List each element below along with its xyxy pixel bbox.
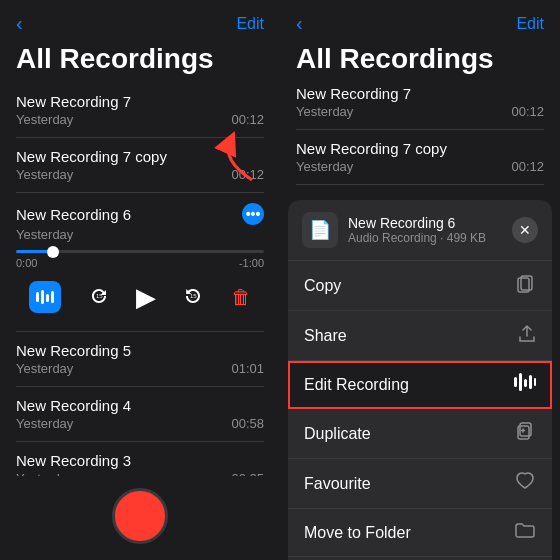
right-panel: ‹ Edit All Recordings New Recording 7 Ye… xyxy=(280,0,560,560)
svg-rect-2 xyxy=(46,294,49,302)
time-labels: 0:00 -1:00 xyxy=(16,257,264,269)
recording-date: Yesterday xyxy=(16,167,73,182)
favourite-icon xyxy=(514,471,536,496)
recording-name: New Recording 7 xyxy=(296,85,544,102)
recording-date: Yesterday xyxy=(16,227,73,242)
menu-item-label: Copy xyxy=(304,277,341,295)
right-page-title: All Recordings xyxy=(280,39,560,75)
delete-button[interactable]: 🗑 xyxy=(231,286,251,309)
recording-name: New Recording 6 xyxy=(16,206,131,223)
equalizer-button[interactable] xyxy=(29,281,61,313)
list-item[interactable]: New Recording 3 Yesterday 00:25 xyxy=(16,442,264,476)
context-file-info: 📄 New Recording 6 Audio Recording · 499 … xyxy=(302,212,486,248)
recording-date: Yesterday xyxy=(16,416,73,431)
left-header: ‹ Edit xyxy=(0,0,280,39)
list-item-active[interactable]: New Recording 6 ••• Yesterday 0:00 -1:00 xyxy=(16,193,264,332)
left-edit-button[interactable]: Edit xyxy=(236,15,264,33)
record-button-container xyxy=(0,476,280,560)
file-info-name: New Recording 6 xyxy=(348,215,486,231)
record-button[interactable] xyxy=(112,488,168,544)
list-item[interactable]: New Recording 5 Yesterday 01:01 xyxy=(16,332,264,387)
recording-name: New Recording 4 xyxy=(16,397,264,414)
back-chevron-icon: ‹ xyxy=(16,12,23,35)
context-menu: Copy Share Edit Recordin xyxy=(288,261,552,560)
close-context-button[interactable]: ✕ xyxy=(512,217,538,243)
folder-icon xyxy=(514,521,536,544)
recording-name: New Recording 7 copy xyxy=(16,148,264,165)
time-end: -1:00 xyxy=(239,257,264,269)
more-options-button[interactable]: ••• xyxy=(242,203,264,225)
menu-item-edit-recording[interactable]: Edit Recording xyxy=(288,361,552,409)
recording-meta: Yesterday 00:58 xyxy=(16,416,264,431)
context-menu-header: 📄 New Recording 6 Audio Recording · 499 … xyxy=(288,200,552,261)
share-icon xyxy=(518,323,536,348)
progress-bar-container[interactable] xyxy=(16,250,264,253)
forward-button[interactable]: 15 xyxy=(182,287,204,307)
recording-name: New Recording 7 copy xyxy=(296,140,544,157)
svg-text:15: 15 xyxy=(190,293,197,299)
menu-item-duplicate[interactable]: Duplicate xyxy=(288,409,552,459)
menu-item-label: Move to Folder xyxy=(304,524,411,542)
recording-duration: 00:12 xyxy=(231,112,264,127)
menu-item-share[interactable]: Share xyxy=(288,311,552,361)
menu-item-favourite[interactable]: Favourite xyxy=(288,459,552,509)
right-back-button[interactable]: ‹ xyxy=(296,12,303,35)
svg-rect-0 xyxy=(36,292,39,302)
list-item[interactable]: New Recording 7 copy Yesterday 00:12 xyxy=(296,130,544,185)
left-panel: ‹ Edit All Recordings New Recording 7 Ye… xyxy=(0,0,280,560)
progress-thumb[interactable] xyxy=(47,246,59,258)
time-start: 0:00 xyxy=(16,257,37,269)
file-info: New Recording 6 Audio Recording · 499 KB xyxy=(348,215,486,245)
right-header: ‹ Edit xyxy=(280,0,560,39)
copy-icon xyxy=(516,273,536,298)
menu-item-move-to-folder[interactable]: Move to Folder xyxy=(288,509,552,557)
recording-meta: Yesterday 00:12 xyxy=(296,159,544,174)
recording-duration: 01:01 xyxy=(231,361,264,376)
recording-meta: Yesterday 00:12 xyxy=(296,104,544,119)
right-edit-button[interactable]: Edit xyxy=(516,15,544,33)
recording-duration: 00:58 xyxy=(231,416,264,431)
list-item[interactable]: New Recording 7 Yesterday 00:12 xyxy=(296,75,544,130)
recording-date: Yesterday xyxy=(16,361,73,376)
menu-item-label: Favourite xyxy=(304,475,371,493)
svg-rect-9 xyxy=(514,377,517,387)
right-back-chevron-icon: ‹ xyxy=(296,12,303,35)
rewind-button[interactable]: 15 xyxy=(88,287,110,307)
context-menu-overlay: 📄 New Recording 6 Audio Recording · 499 … xyxy=(280,200,560,560)
recording-meta: Yesterday 01:01 xyxy=(16,361,264,376)
recording-duration: 00:12 xyxy=(511,104,544,119)
recording-name: New Recording 3 xyxy=(16,452,264,469)
play-button[interactable]: ▶ xyxy=(136,282,156,313)
recording-date: Yesterday xyxy=(16,112,73,127)
recording-date: Yesterday xyxy=(296,159,353,174)
recording-date: Yesterday xyxy=(296,104,353,119)
active-row-header: New Recording 6 ••• xyxy=(16,203,264,225)
menu-item-label: Share xyxy=(304,327,347,345)
back-button[interactable]: ‹ xyxy=(16,12,23,35)
file-icon: 📄 xyxy=(302,212,338,248)
left-page-title: All Recordings xyxy=(0,39,280,83)
svg-rect-11 xyxy=(524,379,527,387)
recording-meta: Yesterday xyxy=(16,227,264,242)
svg-rect-12 xyxy=(529,375,532,389)
duplicate-icon xyxy=(516,421,536,446)
list-item[interactable]: New Recording 4 Yesterday 00:58 xyxy=(16,387,264,442)
svg-text:15: 15 xyxy=(96,293,103,299)
recording-duration: 00:12 xyxy=(511,159,544,174)
svg-rect-13 xyxy=(534,378,536,386)
edit-recording-icon xyxy=(514,373,536,396)
svg-rect-3 xyxy=(51,291,54,303)
list-item[interactable]: New Recording 7 copy Yesterday 00:12 xyxy=(16,138,264,193)
file-info-size: Audio Recording · 499 KB xyxy=(348,231,486,245)
menu-item-label: Edit Recording xyxy=(304,376,409,394)
recording-name: New Recording 7 xyxy=(16,93,264,110)
list-item[interactable]: New Recording 7 Yesterday 00:12 xyxy=(16,83,264,138)
svg-rect-1 xyxy=(41,290,44,304)
menu-item-copy[interactable]: Copy xyxy=(288,261,552,311)
recording-meta: Yesterday 00:12 xyxy=(16,167,264,182)
left-recordings-list: New Recording 7 Yesterday 00:12 New Reco… xyxy=(0,83,280,476)
recording-name: New Recording 5 xyxy=(16,342,264,359)
recording-duration: 00:12 xyxy=(231,167,264,182)
recording-meta: Yesterday 00:12 xyxy=(16,112,264,127)
playback-controls: 15 ▶ 15 🗑 xyxy=(16,275,264,321)
